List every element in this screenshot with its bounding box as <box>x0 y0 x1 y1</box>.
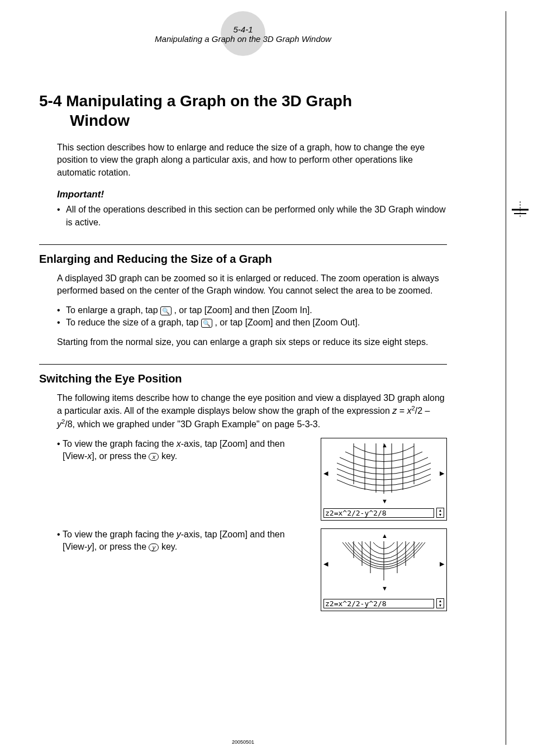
up-arrow-icon: ▲ <box>382 532 388 539</box>
bullet-text: To view the graph facing the y-axis, tap… <box>63 528 310 554</box>
bullet-text: To enlarge a graph, tap 🔍 , or tap [Zoom… <box>66 304 447 316</box>
text-part: , or tap [Zoom] and then [Zoom In]. <box>174 305 312 315</box>
left-arrow-icon: ◀ <box>323 470 328 477</box>
bullet-text: To view the graph facing the x-axis, tap… <box>63 438 310 463</box>
page-header: 5-4-1 Manipulating a Graph on the 3D Gra… <box>39 22 447 69</box>
crop-mark-icon <box>512 201 529 220</box>
section2-heading: Switching the Eye Position <box>39 372 447 385</box>
down-arrow-icon: ▼ <box>382 585 388 592</box>
view-x-screenshot: ▲ ◀ ▶ ▼ z2=x^2/2-y^2/8 ▴▾ <box>321 438 447 521</box>
header-page-number: 5-4-1 <box>39 25 447 34</box>
view-x-row: • To view the graph facing the x-axis, t… <box>57 438 447 521</box>
x-key-icon: x <box>149 453 159 461</box>
heading-line2: Window <box>39 111 447 130</box>
equation-text: z <box>392 407 397 416</box>
text-part: The following items describe how to chan… <box>57 393 445 416</box>
footer-date: 20050501 <box>0 739 486 745</box>
divider-1 <box>39 244 447 245</box>
axis-var: x <box>177 439 181 448</box>
text-part: , which we graphed under "3D Graph Examp… <box>73 419 321 429</box>
section1-bullet2: • To reduce the size of a graph, tap 🔍 ,… <box>57 316 447 329</box>
left-arrow-icon: ◀ <box>323 560 328 568</box>
view-y-screenshot: ▲ ◀ ▶ ▼ z2=x^2/2-y^2/8 ▴▾ <box>321 528 447 611</box>
section1-para2: Starting from the normal size, you can e… <box>57 336 447 348</box>
formula-bar: z2=x^2/2-y^2/8 <box>323 508 434 518</box>
important-label: Important! <box>57 189 447 200</box>
section1-heading: Enlarging and Reducing the Size of a Gra… <box>39 253 447 266</box>
page-right-border <box>506 11 506 745</box>
bullet-text: To reduce the size of a graph, tap 🔍 , o… <box>66 316 447 329</box>
main-heading: 5-4 Manipulating a Graph on the 3D Graph… <box>39 91 447 130</box>
section2-para1: The following items describe how to chan… <box>57 392 447 431</box>
axis-var: y <box>177 530 181 539</box>
header-text: 5-4-1 Manipulating a Graph on the 3D Gra… <box>39 25 447 44</box>
bullet-dot: • <box>57 528 63 554</box>
text-part: To reduce the size of a graph, tap <box>66 318 201 327</box>
bullet-dot: • <box>57 438 63 463</box>
heading-line1: Manipulating a Graph on the 3D Graph <box>66 92 352 110</box>
right-arrow-icon: ▶ <box>440 560 444 568</box>
text-part: , or tap [Zoom] and then [Zoom Out]. <box>215 318 360 327</box>
divider-2 <box>39 364 447 365</box>
section1-bullet1: • To enlarge a graph, tap 🔍 , or tap [Zo… <box>57 304 447 316</box>
scroll-control-icon: ▴▾ <box>436 598 444 608</box>
text-part: To view the graph facing the <box>63 439 177 448</box>
page-content: 5-4-1 Manipulating a Graph on the 3D Gra… <box>0 0 486 641</box>
text-part: ], or press the <box>92 542 149 551</box>
view-x-bullet: • To view the graph facing the x-axis, t… <box>57 438 310 463</box>
equation-text: y <box>57 419 61 429</box>
heading-prefix: 5-4 <box>39 92 66 110</box>
bullet-dot: • <box>57 316 66 329</box>
text-part: key. <box>159 542 177 551</box>
graph-x-view <box>331 441 436 505</box>
formula-bar: z2=x^2/2-y^2/8 <box>323 599 434 608</box>
view-y-bullet: • To view the graph facing the y-axis, t… <box>57 528 310 554</box>
zoom-in-icon: 🔍 <box>160 306 172 315</box>
bullet-dot: • <box>57 204 66 229</box>
text-part: key. <box>159 451 177 461</box>
scroll-control-icon: ▴▾ <box>436 508 444 518</box>
bullet-dot: • <box>57 304 66 316</box>
important-bullet: • All of the operations described in thi… <box>57 204 447 229</box>
section1-para1: A displayed 3D graph can be zoomed so it… <box>57 272 447 297</box>
intro-paragraph: This section describes how to enlarge an… <box>57 141 447 179</box>
important-bullet-text: All of the operations described in this … <box>66 204 447 229</box>
text-part: To enlarge a graph, tap <box>66 305 160 315</box>
text-part: ], or press the <box>92 451 149 461</box>
down-arrow-icon: ▼ <box>382 498 388 504</box>
header-title: Manipulating a Graph on the 3D Graph Win… <box>39 34 447 44</box>
y-key-icon: y <box>149 544 159 551</box>
view-y-row: • To view the graph facing the y-axis, t… <box>57 528 447 611</box>
up-arrow-icon: ▲ <box>382 442 388 448</box>
equation-text: x <box>407 407 412 416</box>
right-arrow-icon: ▶ <box>440 470 444 477</box>
zoom-out-icon: 🔍 <box>201 319 212 328</box>
text-part: To view the graph facing the <box>63 530 177 539</box>
